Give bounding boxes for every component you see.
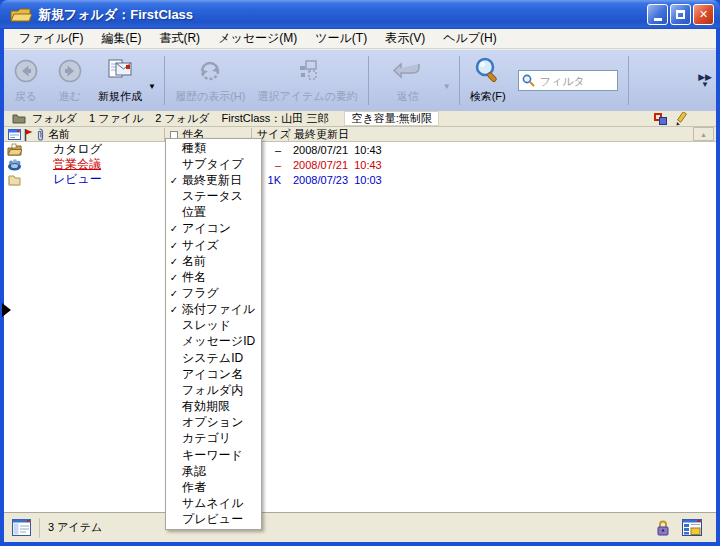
toolbar-separator (164, 56, 165, 105)
new-message-dropdown-icon[interactable]: ▼ (148, 82, 156, 91)
layout-panel-icon[interactable] (682, 519, 702, 536)
item-modified: 2008/07/21 10:43 (293, 159, 382, 171)
list-item[interactable]: カタログ–2008/07/21 10:43 (4, 142, 716, 157)
menubar-item[interactable]: ファイル(F) (10, 28, 92, 49)
item-name: レビュー (53, 171, 102, 188)
titlebar[interactable]: 新規フォルダ：FirstClass ✕ (0, 0, 720, 29)
history-icon (197, 56, 223, 86)
context-menu-item-label: メッセージID (182, 333, 255, 350)
context-menu-item[interactable]: ✓サイズ (166, 237, 261, 253)
history-button[interactable]: 履歴の表示(H) (169, 50, 252, 111)
context-menu-item[interactable]: ✓名前 (166, 253, 261, 269)
context-menu-item[interactable]: ✓フラグ (166, 285, 261, 301)
form-column-icon[interactable] (8, 127, 21, 142)
context-menu-item[interactable]: 承認 (166, 463, 261, 479)
catalog-icon (7, 143, 23, 156)
context-menu-item[interactable]: ✓アイコン (166, 221, 261, 237)
toolbar-separator (459, 56, 460, 105)
menubar-item[interactable]: ヘルプ(H) (434, 28, 506, 49)
context-menu-item[interactable]: ✓最終更新日 (166, 172, 261, 188)
context-menu-item-label: サブタイプ (182, 156, 243, 173)
context-menu-item[interactable]: メッセージID (166, 334, 261, 350)
toolbar-overflow-button[interactable]: ▶▶ ▼ (698, 74, 712, 88)
maximize-icon (676, 10, 685, 19)
scroll-up-button[interactable]: ▲ (693, 127, 714, 141)
item-modified: 2008/07/21 10:43 (293, 144, 382, 156)
menubar-item[interactable]: 編集(E) (92, 28, 150, 49)
column-divider[interactable] (288, 128, 289, 141)
context-menu-item[interactable]: スレッド (166, 318, 261, 334)
list-item[interactable]: 営業会議–2008/07/21 10:43 (4, 157, 716, 172)
menubar-item[interactable]: 書式(R) (150, 28, 209, 49)
flag-column-icon[interactable] (24, 127, 33, 142)
context-menu-item-label: 件名 (182, 269, 206, 286)
edit-pencil-icon[interactable] (675, 112, 688, 126)
menubar-item[interactable]: メッセージ(M) (209, 28, 306, 49)
column-modified[interactable]: 最終更新日 (294, 127, 349, 142)
context-menu-item-label: キーワード (182, 447, 243, 464)
folder-icon (7, 173, 23, 186)
context-menu-item-label: フラグ (182, 285, 219, 302)
checkmark-icon: ✓ (166, 223, 182, 234)
forward-button[interactable]: 進む (48, 50, 92, 111)
context-menu-item[interactable]: システムID (166, 350, 261, 366)
free-space-indicator: 空き容量:無制限 (344, 111, 438, 126)
checkmark-icon: ✓ (166, 304, 182, 315)
context-menu-item[interactable]: アイコン名 (166, 366, 261, 382)
context-menu-item[interactable]: プレビュー (166, 512, 261, 528)
search-button[interactable]: 検索(F) (464, 50, 512, 111)
summary-icon (295, 56, 321, 86)
context-menu-item[interactable]: キーワード (166, 447, 261, 463)
new-message-icon (105, 56, 135, 86)
context-menu-item[interactable]: サブタイプ (166, 156, 261, 172)
pathbar-folder-count: 2 フォルダ (155, 111, 209, 126)
new-message-button[interactable]: 新規作成 (92, 50, 148, 111)
pathbar-account: FirstClass：山田 三郎 (221, 111, 328, 126)
statusbar: 3 アイテム (4, 512, 716, 542)
split-view-icon[interactable] (12, 519, 31, 536)
context-menu-item[interactable]: 有効期限 (166, 399, 261, 415)
window-content: ファイル(F)編集(E)書式(R)メッセージ(M)ツール(T)表示(V)ヘルプ(… (4, 29, 716, 542)
minimize-button[interactable] (647, 4, 668, 25)
context-menu-item[interactable]: オプション (166, 415, 261, 431)
file-list: カタログ–2008/07/21 10:43営業会議–2008/07/21 10:… (4, 142, 716, 512)
item-modified: 2008/07/23 10:03 (293, 174, 382, 186)
column-name[interactable]: 名前 (48, 127, 70, 142)
attachment-column-icon[interactable] (35, 127, 44, 142)
toolbar: 戻る 進む 新規作成 (4, 49, 716, 111)
folder-icon (10, 6, 32, 24)
context-menu-item[interactable]: 種類 (166, 140, 261, 156)
window-title: 新規フォルダ：FirstClass (38, 6, 647, 24)
context-menu-item[interactable]: 位置 (166, 205, 261, 221)
reply-dropdown-icon[interactable]: ▼ (443, 82, 451, 91)
context-menu-item[interactable]: 作者 (166, 479, 261, 495)
filter-box (518, 70, 618, 91)
pathbar-folder-label: フォルダ (32, 111, 77, 126)
context-menu-item[interactable]: ✓添付ファイル (166, 302, 261, 318)
context-menu-item-label: システムID (182, 350, 243, 367)
context-menu-item-label: 有効期限 (182, 398, 230, 415)
chevron-down-icon: ▼ (698, 81, 712, 88)
context-menu-item[interactable]: カテゴリ (166, 431, 261, 447)
menubar-item[interactable]: 表示(V) (376, 28, 434, 49)
context-menu-item-label: 作者 (182, 479, 206, 496)
search-icon (473, 56, 503, 86)
back-button[interactable]: 戻る (4, 50, 48, 111)
menubar-item[interactable]: ツール(T) (306, 28, 376, 49)
list-item[interactable]: レビュー1K2008/07/23 10:03 (4, 172, 716, 187)
context-menu-item[interactable]: ステータス (166, 188, 261, 204)
context-menu-item[interactable]: フォルダ内 (166, 382, 261, 398)
context-menu-item-label: 位置 (182, 204, 206, 221)
checkmark-icon: ✓ (166, 288, 182, 299)
context-menu-item[interactable]: サムネイル (166, 495, 261, 511)
context-menu-item[interactable]: ✓件名 (166, 269, 261, 285)
select-items-icon[interactable] (654, 113, 667, 125)
filter-input[interactable] (538, 74, 610, 88)
pane-expander-icon[interactable] (2, 303, 11, 317)
maximize-button[interactable] (670, 4, 691, 25)
column-size[interactable]: サイズ (257, 127, 291, 142)
reply-button[interactable]: 返信 (373, 50, 443, 111)
context-menu-item-label: スレッド (182, 317, 231, 334)
summary-button[interactable]: 選択アイテムの要約 (251, 50, 363, 111)
close-button[interactable]: ✕ (693, 4, 714, 25)
